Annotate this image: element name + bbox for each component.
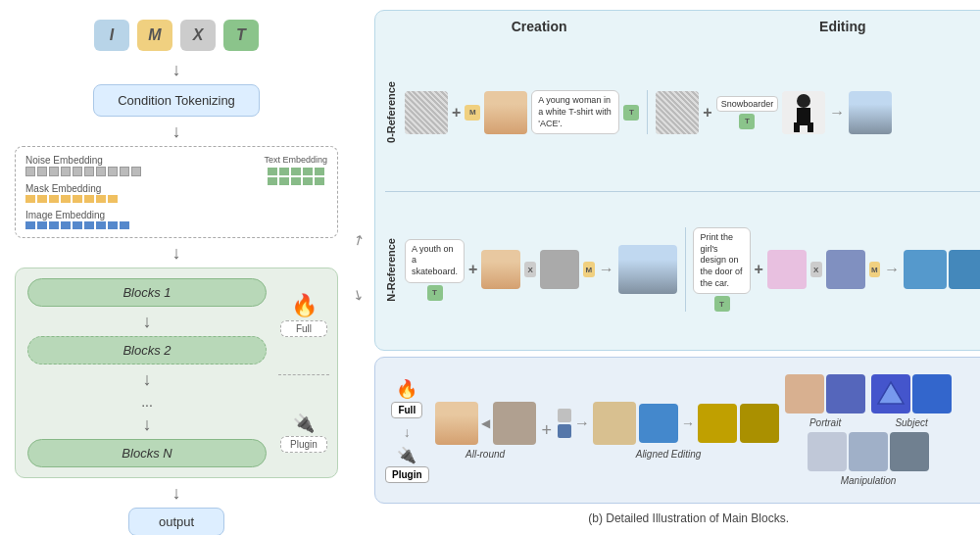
n-ref-label: N-Reference <box>385 238 401 302</box>
zero-ref-content: + M A young woman in a white T-shirt wit… <box>405 90 980 134</box>
token-X: X <box>180 20 216 51</box>
image-cell <box>49 221 59 229</box>
svg-rect-3 <box>808 122 813 132</box>
t-token-e2: T <box>714 296 730 312</box>
young-woman-text: A young woman in a white T-shirt with 'A… <box>531 90 619 134</box>
token-I: I <box>94 20 129 51</box>
image-cell <box>96 221 106 229</box>
mask-cell <box>37 195 47 203</box>
block-2: Blocks 2 <box>27 336 267 365</box>
block-arrow-2: ↓ <box>27 370 267 388</box>
text-cell <box>268 168 277 175</box>
noise-cell <box>61 167 71 176</box>
car-results <box>904 250 980 289</box>
condition-label: Condition Tokenizing <box>118 93 235 108</box>
full-label: Full <box>280 320 327 337</box>
fire-icon-bottom: 🔥 <box>396 378 417 400</box>
m-token-area: M <box>465 105 480 121</box>
gray-img-n <box>540 250 579 289</box>
subject-img-2 <box>912 374 952 413</box>
t-token-n: T <box>427 285 443 301</box>
text-emb-row2 <box>268 177 324 185</box>
snowboarder-label: Snowboarder <box>716 96 779 112</box>
condition-box: Condition Tokenizing <box>93 84 260 117</box>
robot-img-1 <box>698 404 737 443</box>
noise-cell <box>25 167 35 176</box>
fire-icon: 🔥 <box>291 293 318 318</box>
token-T: T <box>223 20 259 51</box>
m-token-e2: M <box>869 262 881 277</box>
t-token-1: T <box>623 105 639 121</box>
subject-group: Subject <box>871 374 952 428</box>
car-img <box>826 250 865 289</box>
youth-text-area: A youth on a skateboard. T <box>405 239 465 301</box>
block-1: Blocks 1 <box>27 278 267 307</box>
plugin-section: 🔌 Plugin <box>385 446 429 483</box>
aligned-arrow: → <box>574 414 590 432</box>
x-token: X <box>524 262 536 277</box>
image-cell <box>108 221 118 229</box>
mask-bar <box>25 195 327 203</box>
mask-cell <box>96 195 106 203</box>
full-section: 🔥 Full <box>391 378 422 418</box>
right-top: Creation Editing 0-Reference + M A <box>374 10 980 351</box>
portrait-group: Portrait <box>785 374 865 428</box>
anime-img <box>767 250 807 289</box>
portrait-subject-row: Portrait Subject <box>785 374 952 428</box>
image-embedding-row: Image Embedding <box>25 210 327 229</box>
text-cell <box>303 177 313 185</box>
m-token: M <box>465 105 480 121</box>
car-result-1 <box>904 250 947 289</box>
manipulation-imgs <box>808 432 929 471</box>
text-cell <box>315 177 324 185</box>
bottom-fire-plugin: 🔥 Full ↓ 🔌 Plugin <box>385 378 429 483</box>
svg-rect-2 <box>794 122 800 132</box>
plugin-icon: 🔌 <box>293 413 315 434</box>
edit-tokens: Snowboarder T <box>716 96 779 129</box>
portrait-imgs <box>785 374 865 413</box>
woman-img <box>593 402 636 445</box>
divider-2 <box>685 227 686 312</box>
arrow-down-1: ↓ <box>172 61 181 78</box>
text-emb-row <box>268 168 324 175</box>
plus-bottom: + <box>542 420 553 441</box>
ref-rows: 0-Reference + M A young woman in a white… <box>385 40 980 342</box>
portrait-img-2 <box>826 374 865 413</box>
print-text: Print the girl's design on the door of t… <box>693 227 750 294</box>
text-cell <box>268 177 277 185</box>
image-cell <box>73 221 82 229</box>
zero-ref-label: 0-Reference <box>385 81 401 143</box>
text-cell <box>291 177 301 185</box>
m-token-n: M <box>583 262 595 277</box>
arrow-down-bottom: ↓ <box>404 424 411 440</box>
silhouette-img <box>782 91 825 134</box>
result-img-1 <box>849 91 892 134</box>
arrow-down-4: ↓ <box>172 484 181 502</box>
dots: ... <box>27 394 267 410</box>
output-box: output <box>128 508 224 535</box>
aligned-group: → → Aligned Editing <box>558 402 779 460</box>
subject-img-1 <box>871 374 910 413</box>
arrow-right-1: → <box>829 104 845 122</box>
right-panel: Creation Editing 0-Reference + M A <box>374 10 980 525</box>
arrow-down-2: ↓ <box>172 122 181 140</box>
creation-label: Creation <box>512 19 567 34</box>
manip-img-3 <box>890 432 929 471</box>
noise-img-1 <box>405 91 448 134</box>
divider-1 <box>647 90 648 134</box>
plugin-label: Plugin <box>280 436 327 453</box>
divider-h <box>385 191 980 192</box>
plugin-box: 🔥 Full 🔌 Plugin <box>278 276 329 469</box>
image-cell <box>120 221 129 229</box>
image-label: Image Embedding <box>25 210 327 220</box>
embedding-area: Noise Embedding Mask <box>15 146 338 238</box>
noise-cell <box>120 167 129 176</box>
input-tokens: I M X T <box>94 20 259 51</box>
portrait-label: Portrait <box>809 417 841 428</box>
t-token-edit: T <box>739 114 755 129</box>
plus-2: + <box>703 104 711 122</box>
mask-cell <box>73 195 82 203</box>
editing-label: Editing <box>819 19 865 34</box>
allround-label: All-round <box>466 449 505 460</box>
noise-cell <box>73 167 82 176</box>
